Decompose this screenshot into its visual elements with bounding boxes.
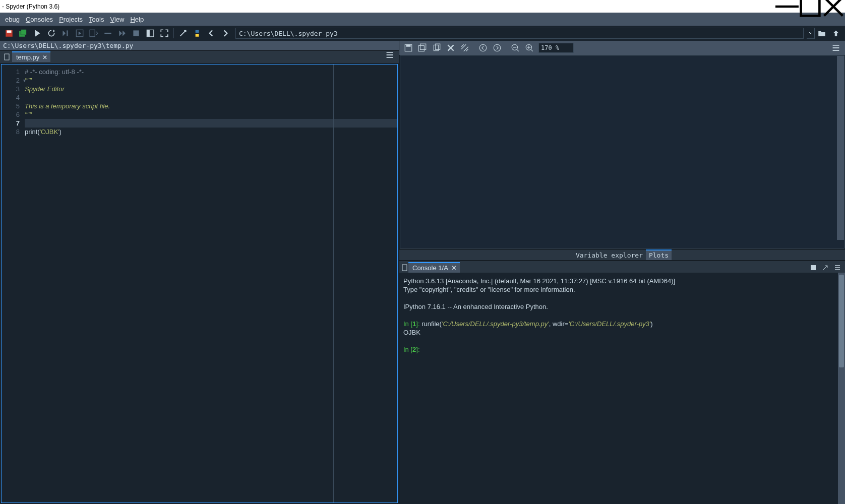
svg-rect-5 [67,30,68,36]
zoom-in-icon[interactable] [522,41,536,55]
cwd-input[interactable]: C:\Users\DELL\.spyder-py3 [235,28,804,39]
svg-rect-4 [21,29,27,35]
preferences-icon[interactable] [176,26,190,40]
console-stop-icon[interactable] [808,263,819,273]
right-top-tabs: Variable explorer Plots [399,249,845,260]
up-folder-icon[interactable] [829,26,843,40]
run-restart-icon[interactable] [44,26,58,40]
menu-view[interactable]: View [107,14,127,25]
plot-next-icon[interactable] [490,41,504,55]
svg-rect-14 [406,44,411,47]
console-tab-close-icon[interactable]: ✕ [451,264,457,272]
editor-tabbar: temp.py ✕ [0,51,399,63]
menu-tools[interactable]: Tools [86,14,107,25]
run-cell-icon[interactable] [73,26,87,40]
close-button[interactable] [822,0,845,13]
plot-prev-icon[interactable] [476,41,490,55]
menu-projects[interactable]: Projects [56,14,86,25]
titlebar: - Spyder (Python 3.6) [0,0,845,13]
svg-rect-11 [147,30,150,37]
debug-step-icon[interactable] [101,26,115,40]
console-tab[interactable]: Console 1/A ✕ [408,262,460,273]
svg-rect-8 [104,33,111,34]
svg-rect-2 [7,30,12,33]
zoom-out-icon[interactable] [508,41,522,55]
plot-clear-icon[interactable] [458,41,472,55]
plots-canvas [400,55,844,248]
menu-consoles[interactable]: Consoles [23,14,56,25]
code-editor[interactable]: 1 2 3 4 5 6 7 8 # -*- coding: utf-8 -*- … [1,64,398,503]
svg-rect-12 [5,54,9,60]
console-tab-label: Console 1/A [412,264,448,272]
plot-copy-icon[interactable] [430,41,444,55]
plots-menu-icon[interactable] [829,41,843,55]
code-area[interactable]: # -*- coding: utf-8 -*- """ Spyder Edito… [25,65,397,502]
python-icon[interactable] [190,26,204,40]
plot-save-all-icon[interactable] [415,41,430,55]
cwd-dropdown-icon[interactable] [807,28,815,39]
minimize-button[interactable] [775,0,799,13]
continue-icon[interactable] [115,26,129,40]
fullscreen-icon[interactable] [157,26,171,40]
svg-rect-7 [90,30,95,37]
back-icon[interactable] [204,26,218,40]
editor-ruler [333,65,334,502]
zoom-level[interactable]: 170 % [538,43,574,53]
window-title: - Spyder (Python 3.6) [2,3,59,10]
run-icon[interactable] [30,26,44,40]
document-icon [2,52,12,62]
menu-help[interactable]: Help [127,14,147,25]
plots-scrollbar[interactable] [837,56,844,240]
tab-variable-explorer[interactable]: Variable explorer [573,250,646,260]
svg-rect-16 [420,44,426,49]
console-tabbar: Console 1/A ✕ [399,261,845,273]
svg-rect-23 [402,265,407,271]
tab-plots[interactable]: Plots [646,249,672,260]
open-folder-icon[interactable] [815,26,829,40]
console-menu-icon[interactable] [832,263,843,273]
editor-pathbar: C:\Users\DELL\.spyder-py3\temp.py [0,41,399,51]
console-clear-icon[interactable] [820,263,831,273]
console-scrollbar[interactable] [838,273,845,504]
console-doc-icon [401,264,408,273]
save-icon[interactable] [2,26,16,40]
toolbar-separator [173,28,174,38]
stop-icon[interactable] [129,26,143,40]
save-all-icon[interactable] [16,26,30,40]
plot-delete-icon[interactable] [444,41,458,55]
svg-rect-9 [133,30,139,36]
maximize-button[interactable] [799,0,822,13]
svg-point-20 [494,44,501,51]
svg-rect-15 [418,46,424,51]
run-cell-advance-icon[interactable] [87,26,101,40]
menu-debug[interactable]: ebug [2,14,23,25]
forward-icon[interactable] [218,26,232,40]
tab-label: temp.py [16,53,39,61]
svg-rect-0 [801,0,820,16]
editor-gutter: 1 2 3 4 5 6 7 8 [2,65,25,502]
menubar: ebug Consoles Projects Tools View Help [0,13,845,26]
ipython-console[interactable]: Python 3.6.13 |Anaconda, Inc.| (default,… [399,273,845,504]
plot-save-icon[interactable] [401,41,415,55]
plots-toolbar: 170 % [399,41,845,55]
svg-rect-24 [811,265,816,270]
tab-close-icon[interactable]: ✕ [42,54,47,61]
svg-point-19 [479,44,487,51]
main-toolbar: C:\Users\DELL\.spyder-py3 [0,26,845,41]
layout-icon[interactable] [143,26,157,40]
editor-menu-icon[interactable] [383,48,397,62]
step-into-icon[interactable] [58,26,73,40]
editor-tab-temp[interactable]: temp.py ✕ [12,51,50,62]
